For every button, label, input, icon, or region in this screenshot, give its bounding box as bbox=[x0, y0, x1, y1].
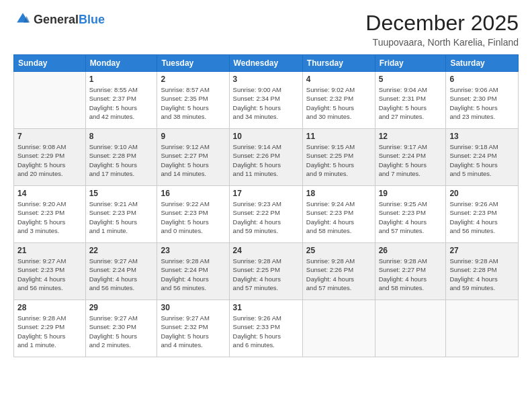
day-info: Sunrise: 9:18 AMSunset: 2:24 PMDaylight:… bbox=[449, 142, 515, 178]
day-cell bbox=[446, 300, 519, 357]
day-number: 7 bbox=[17, 132, 82, 141]
weekday-header-row: Sunday Monday Tuesday Wednesday Thursday… bbox=[14, 55, 519, 72]
week-row-1: 1Sunrise: 8:55 AMSunset: 2:37 PMDaylight… bbox=[14, 72, 519, 129]
day-number: 2 bbox=[161, 75, 225, 84]
day-cell: 25Sunrise: 9:28 AMSunset: 2:26 PMDayligh… bbox=[302, 243, 375, 300]
day-cell: 31Sunrise: 9:26 AMSunset: 2:33 PMDayligh… bbox=[229, 300, 302, 357]
week-row-5: 28Sunrise: 9:28 AMSunset: 2:29 PMDayligh… bbox=[14, 300, 519, 357]
day-number: 30 bbox=[161, 303, 225, 312]
title-block: December 2025 Tuupovaara, North Karelia,… bbox=[365, 11, 519, 48]
day-cell: 29Sunrise: 9:27 AMSunset: 2:30 PMDayligh… bbox=[85, 300, 157, 357]
header-saturday: Saturday bbox=[446, 55, 519, 72]
day-info: Sunrise: 9:08 AMSunset: 2:29 PMDaylight:… bbox=[17, 142, 82, 178]
week-row-2: 7Sunrise: 9:08 AMSunset: 2:29 PMDaylight… bbox=[14, 129, 519, 186]
day-info: Sunrise: 9:26 AMSunset: 2:23 PMDaylight:… bbox=[449, 199, 515, 235]
day-info: Sunrise: 9:24 AMSunset: 2:23 PMDaylight:… bbox=[306, 199, 371, 235]
day-number: 3 bbox=[233, 75, 299, 84]
day-cell: 3Sunrise: 9:00 AMSunset: 2:34 PMDaylight… bbox=[229, 72, 302, 129]
day-info: Sunrise: 9:28 AMSunset: 2:27 PMDaylight:… bbox=[379, 257, 443, 292]
logo-blue-text: Blue bbox=[79, 13, 105, 26]
day-info: Sunrise: 9:28 AMSunset: 2:29 PMDaylight:… bbox=[17, 314, 82, 349]
day-number: 27 bbox=[449, 246, 515, 255]
day-cell: 9Sunrise: 9:12 AMSunset: 2:27 PMDaylight… bbox=[157, 129, 229, 186]
day-info: Sunrise: 9:21 AMSunset: 2:23 PMDaylight:… bbox=[89, 199, 154, 235]
week-row-4: 21Sunrise: 9:27 AMSunset: 2:23 PMDayligh… bbox=[14, 243, 519, 300]
logo-icon bbox=[15, 11, 31, 27]
day-number: 28 bbox=[17, 303, 82, 312]
day-info: Sunrise: 9:27 AMSunset: 2:30 PMDaylight:… bbox=[89, 314, 154, 349]
header-sunday: Sunday bbox=[14, 55, 86, 72]
day-number: 17 bbox=[233, 189, 299, 198]
day-number: 18 bbox=[306, 189, 371, 198]
day-info: Sunrise: 9:02 AMSunset: 2:32 PMDaylight:… bbox=[306, 85, 371, 121]
day-number: 25 bbox=[306, 246, 371, 255]
day-number: 31 bbox=[233, 303, 299, 312]
day-number: 10 bbox=[233, 132, 299, 141]
day-cell: 26Sunrise: 9:28 AMSunset: 2:27 PMDayligh… bbox=[375, 243, 446, 300]
day-number: 14 bbox=[17, 189, 82, 198]
week-row-3: 14Sunrise: 9:20 AMSunset: 2:23 PMDayligh… bbox=[14, 186, 519, 243]
calendar: Sunday Monday Tuesday Wednesday Thursday… bbox=[13, 54, 519, 357]
day-info: Sunrise: 9:04 AMSunset: 2:31 PMDaylight:… bbox=[379, 85, 443, 121]
day-number: 6 bbox=[449, 75, 515, 84]
day-info: Sunrise: 8:57 AMSunset: 2:35 PMDaylight:… bbox=[161, 85, 225, 121]
day-cell: 4Sunrise: 9:02 AMSunset: 2:32 PMDaylight… bbox=[302, 72, 375, 129]
day-cell: 6Sunrise: 9:06 AMSunset: 2:30 PMDaylight… bbox=[446, 72, 519, 129]
day-cell: 24Sunrise: 9:28 AMSunset: 2:25 PMDayligh… bbox=[229, 243, 302, 300]
header-wednesday: Wednesday bbox=[229, 55, 302, 72]
day-info: Sunrise: 9:28 AMSunset: 2:28 PMDaylight:… bbox=[449, 257, 515, 292]
day-info: Sunrise: 8:55 AMSunset: 2:37 PMDaylight:… bbox=[89, 85, 154, 121]
header-monday: Monday bbox=[85, 55, 157, 72]
header-friday: Friday bbox=[375, 55, 446, 72]
day-number: 5 bbox=[379, 75, 443, 84]
day-info: Sunrise: 9:17 AMSunset: 2:24 PMDaylight:… bbox=[379, 142, 443, 178]
day-cell: 10Sunrise: 9:14 AMSunset: 2:26 PMDayligh… bbox=[229, 129, 302, 186]
day-cell: 12Sunrise: 9:17 AMSunset: 2:24 PMDayligh… bbox=[375, 129, 446, 186]
day-cell: 13Sunrise: 9:18 AMSunset: 2:24 PMDayligh… bbox=[446, 129, 519, 186]
day-info: Sunrise: 9:28 AMSunset: 2:24 PMDaylight:… bbox=[161, 257, 225, 292]
day-cell: 5Sunrise: 9:04 AMSunset: 2:31 PMDaylight… bbox=[375, 72, 446, 129]
day-cell: 18Sunrise: 9:24 AMSunset: 2:23 PMDayligh… bbox=[302, 186, 375, 243]
day-number: 21 bbox=[17, 246, 82, 255]
day-cell: 27Sunrise: 9:28 AMSunset: 2:28 PMDayligh… bbox=[446, 243, 519, 300]
day-cell: 23Sunrise: 9:28 AMSunset: 2:24 PMDayligh… bbox=[157, 243, 229, 300]
day-cell bbox=[302, 300, 375, 357]
day-cell bbox=[14, 72, 86, 129]
day-number: 20 bbox=[449, 189, 515, 198]
day-number: 1 bbox=[89, 75, 154, 84]
day-info: Sunrise: 9:06 AMSunset: 2:30 PMDaylight:… bbox=[449, 85, 515, 121]
day-number: 22 bbox=[89, 246, 154, 255]
day-cell: 8Sunrise: 9:10 AMSunset: 2:28 PMDaylight… bbox=[85, 129, 157, 186]
day-cell: 17Sunrise: 9:23 AMSunset: 2:22 PMDayligh… bbox=[229, 186, 302, 243]
day-info: Sunrise: 9:14 AMSunset: 2:26 PMDaylight:… bbox=[233, 142, 299, 178]
day-number: 26 bbox=[379, 246, 443, 255]
day-cell: 30Sunrise: 9:27 AMSunset: 2:32 PMDayligh… bbox=[157, 300, 229, 357]
day-number: 15 bbox=[89, 189, 154, 198]
day-number: 11 bbox=[306, 132, 371, 141]
month-title: December 2025 bbox=[365, 11, 519, 36]
day-number: 4 bbox=[306, 75, 371, 84]
day-cell: 15Sunrise: 9:21 AMSunset: 2:23 PMDayligh… bbox=[85, 186, 157, 243]
day-info: Sunrise: 9:26 AMSunset: 2:33 PMDaylight:… bbox=[233, 314, 299, 349]
day-cell: 19Sunrise: 9:25 AMSunset: 2:23 PMDayligh… bbox=[375, 186, 446, 243]
day-cell: 11Sunrise: 9:15 AMSunset: 2:25 PMDayligh… bbox=[302, 129, 375, 186]
header-thursday: Thursday bbox=[302, 55, 375, 72]
day-cell: 7Sunrise: 9:08 AMSunset: 2:29 PMDaylight… bbox=[14, 129, 86, 186]
day-info: Sunrise: 9:27 AMSunset: 2:32 PMDaylight:… bbox=[161, 314, 225, 349]
logo: GeneralBlue bbox=[13, 11, 105, 30]
header: GeneralBlue December 2025 Tuupovaara, No… bbox=[13, 11, 519, 48]
day-info: Sunrise: 9:27 AMSunset: 2:24 PMDaylight:… bbox=[89, 257, 154, 292]
day-info: Sunrise: 9:28 AMSunset: 2:25 PMDaylight:… bbox=[233, 257, 299, 292]
day-number: 9 bbox=[161, 132, 225, 141]
day-cell: 1Sunrise: 8:55 AMSunset: 2:37 PMDaylight… bbox=[85, 72, 157, 129]
day-cell: 20Sunrise: 9:26 AMSunset: 2:23 PMDayligh… bbox=[446, 186, 519, 243]
day-info: Sunrise: 9:15 AMSunset: 2:25 PMDaylight:… bbox=[306, 142, 371, 178]
day-info: Sunrise: 9:23 AMSunset: 2:22 PMDaylight:… bbox=[233, 199, 299, 235]
day-number: 29 bbox=[89, 303, 154, 312]
logo-general-text: General bbox=[34, 13, 79, 26]
day-number: 16 bbox=[161, 189, 225, 198]
day-info: Sunrise: 9:20 AMSunset: 2:23 PMDaylight:… bbox=[17, 199, 82, 235]
day-cell: 2Sunrise: 8:57 AMSunset: 2:35 PMDaylight… bbox=[157, 72, 229, 129]
header-tuesday: Tuesday bbox=[157, 55, 229, 72]
day-cell: 16Sunrise: 9:22 AMSunset: 2:23 PMDayligh… bbox=[157, 186, 229, 243]
